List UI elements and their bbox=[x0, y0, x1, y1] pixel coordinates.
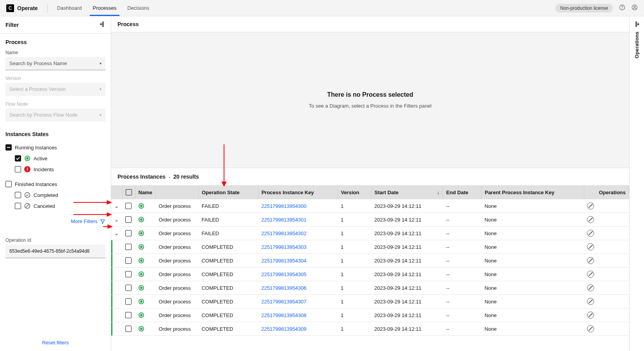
col-instance-key[interactable]: Process Instance Key bbox=[258, 185, 338, 199]
cell-version: 1 bbox=[338, 295, 371, 308]
table-row: Order process COMPLETED 2251799813954304… bbox=[111, 254, 629, 268]
checkbox-empty-icon bbox=[15, 166, 21, 172]
table-title: Process Instances bbox=[117, 174, 165, 180]
instance-key-link[interactable]: 2251799813954304 bbox=[261, 258, 306, 264]
instance-key-link[interactable]: 2251799813954307 bbox=[261, 299, 306, 305]
cancel-instance-button[interactable] bbox=[587, 230, 594, 237]
operations-panel[interactable]: Operations bbox=[629, 16, 644, 351]
nav-tab-processes[interactable]: Processes bbox=[93, 0, 117, 16]
collapse-sidebar-icon[interactable] bbox=[99, 21, 105, 28]
cell-end: -- bbox=[443, 281, 482, 295]
expand-row-icon[interactable]: ⌄ bbox=[114, 230, 119, 236]
finished-instances-checkbox[interactable]: Finished Instances bbox=[5, 179, 105, 190]
row-checkbox[interactable] bbox=[125, 244, 132, 250]
cancel-instance-button[interactable] bbox=[587, 271, 594, 278]
col-version[interactable]: Version bbox=[338, 185, 371, 199]
cell-start: 2023-09-29 14:12:11 bbox=[371, 295, 443, 308]
row-checkbox[interactable] bbox=[125, 298, 132, 305]
cancel-instance-button[interactable] bbox=[587, 284, 594, 291]
help-icon[interactable] bbox=[619, 4, 625, 12]
expand-row-icon[interactable]: ⌄ bbox=[114, 217, 119, 223]
cell-start: 2023-09-29 14:12:11 bbox=[371, 213, 443, 227]
flownode-placeholder: Search by Process Flow Node bbox=[9, 112, 78, 118]
row-checkbox[interactable] bbox=[125, 203, 132, 209]
states-title: Instances States bbox=[5, 131, 105, 137]
cancel-instance-button[interactable] bbox=[587, 257, 594, 264]
incidents-checkbox[interactable]: ! Incidents bbox=[5, 164, 105, 175]
row-checkbox[interactable] bbox=[125, 326, 132, 332]
instance-key-link[interactable]: 2251799813954309 bbox=[261, 326, 306, 332]
table-row: Order process COMPLETED 2251799813954306… bbox=[111, 281, 629, 295]
instance-key-link[interactable]: 2251799813954303 bbox=[261, 244, 306, 250]
cell-start: 2023-09-29 14:12:11 bbox=[371, 240, 443, 254]
cell-start: 2023-09-29 14:12:11 bbox=[371, 268, 443, 281]
row-checkbox[interactable] bbox=[125, 285, 132, 291]
active-status-icon bbox=[139, 299, 144, 304]
cell-name: Order process bbox=[155, 268, 198, 281]
instance-key-link[interactable]: 2251799813954308 bbox=[261, 312, 306, 318]
cancel-instance-button[interactable] bbox=[587, 216, 594, 223]
cell-name: Order process bbox=[155, 254, 198, 268]
header-divider bbox=[47, 4, 48, 13]
user-icon[interactable] bbox=[632, 4, 638, 12]
cell-name: Order process bbox=[155, 308, 198, 322]
cell-parent: None bbox=[481, 268, 584, 281]
process-section-label: Process bbox=[5, 39, 105, 45]
col-parent-key[interactable]: Parent Process Instance Key bbox=[481, 185, 584, 199]
more-filters-link[interactable]: More Filters bbox=[5, 214, 105, 228]
cell-op-state: COMPLETED bbox=[198, 240, 258, 254]
col-operations[interactable]: Operations bbox=[584, 185, 629, 199]
active-status-icon bbox=[139, 244, 144, 250]
instance-key-link[interactable]: 2251799813954305 bbox=[261, 271, 306, 277]
completed-checkbox[interactable]: Completed bbox=[5, 190, 105, 200]
cancel-instance-button[interactable] bbox=[587, 298, 594, 305]
cell-version: 1 bbox=[338, 254, 371, 268]
expand-ops-icon[interactable] bbox=[634, 21, 640, 28]
row-checkbox[interactable] bbox=[125, 230, 132, 236]
row-checkbox[interactable] bbox=[125, 216, 132, 223]
cell-start: 2023-09-29 14:12:11 bbox=[371, 227, 443, 240]
table-row: Order process COMPLETED 2251799813954308… bbox=[111, 308, 629, 322]
cell-op-state: FAILED bbox=[198, 199, 258, 213]
col-operation-state[interactable]: Operation State bbox=[198, 185, 258, 199]
instance-key-link[interactable]: 2251799813954300 bbox=[261, 203, 306, 209]
running-instances-checkbox[interactable]: Running Instances bbox=[5, 142, 105, 153]
cell-name: Order process bbox=[155, 213, 198, 227]
instance-key-link[interactable]: 2251799813954301 bbox=[261, 217, 306, 223]
row-checkbox[interactable] bbox=[125, 312, 132, 318]
checkbox-checked-icon bbox=[15, 155, 21, 161]
select-all-checkbox[interactable] bbox=[126, 189, 132, 195]
active-status-icon bbox=[139, 230, 144, 236]
process-name-select[interactable]: Search by Process Name ▾ bbox=[5, 57, 105, 70]
active-checkbox[interactable]: Active bbox=[5, 153, 105, 164]
cell-parent: None bbox=[481, 308, 584, 322]
cell-parent: None bbox=[481, 199, 584, 213]
flownode-field-label: Flow Node bbox=[5, 101, 105, 107]
canceled-checkbox[interactable]: Canceled bbox=[5, 200, 105, 211]
checkbox-empty-icon bbox=[15, 203, 21, 209]
sidebar-header: Filter bbox=[0, 16, 111, 34]
instance-key-link[interactable]: 2251799813954302 bbox=[261, 230, 306, 236]
operation-id-field[interactable]: 653ed5e6-49ed-4675-85bf-2c54a94d8 bbox=[5, 245, 105, 258]
row-checkbox[interactable] bbox=[125, 271, 132, 277]
cancel-instance-button[interactable] bbox=[587, 325, 594, 332]
col-start-date[interactable]: Start Date ↓ bbox=[371, 185, 443, 199]
cancel-instance-button[interactable] bbox=[587, 243, 594, 250]
table-count: 20 results bbox=[173, 174, 199, 180]
cancel-instance-button[interactable] bbox=[587, 202, 594, 209]
instance-key-link[interactable]: 2251799813954306 bbox=[261, 285, 306, 291]
cell-version: 1 bbox=[338, 268, 371, 281]
cancel-instance-button[interactable] bbox=[587, 312, 594, 319]
diagram-header-title: Process bbox=[117, 21, 139, 27]
expand-row-icon[interactable]: ⌄ bbox=[114, 203, 119, 209]
col-end-date[interactable]: End Date bbox=[443, 185, 482, 199]
svg-rect-8 bbox=[636, 22, 637, 27]
nav-tab-dashboard[interactable]: Dashboard bbox=[57, 0, 82, 16]
active-status-icon bbox=[139, 312, 144, 318]
col-name[interactable]: Name bbox=[135, 185, 155, 199]
cell-op-state: COMPLETED bbox=[198, 268, 258, 281]
nav-tab-decisions[interactable]: Decisions bbox=[127, 0, 149, 16]
row-checkbox[interactable] bbox=[125, 257, 132, 264]
reset-filters-link[interactable]: Reset filters bbox=[42, 340, 69, 346]
cell-end: -- bbox=[443, 308, 482, 322]
